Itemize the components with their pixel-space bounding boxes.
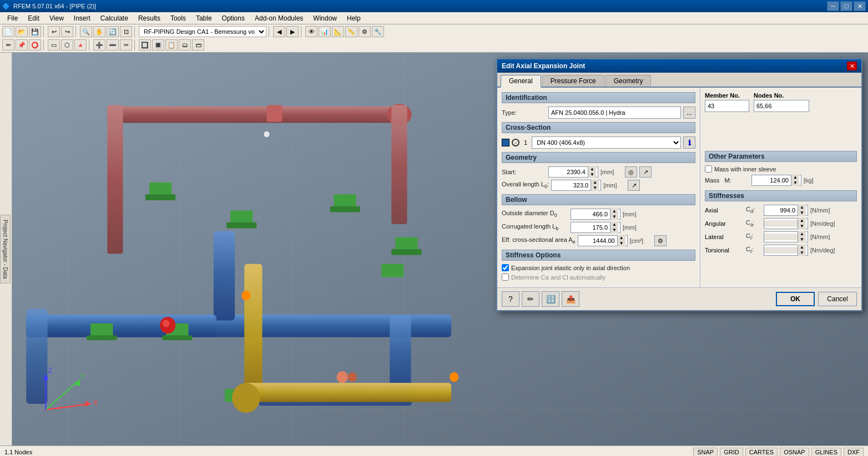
axial-spin-down[interactable]: ▼ (798, 210, 806, 216)
lateral-spin-up[interactable]: ▲ (798, 231, 806, 237)
cb-mass-sleeve[interactable] (705, 165, 712, 173)
tb-b3[interactable]: 📐 (332, 26, 344, 37)
dialog-close-btn[interactable]: ✕ (847, 62, 857, 70)
tb-new[interactable]: 📄 (2, 26, 14, 37)
torsional-spin-up[interactable]: ▲ (798, 245, 806, 250)
menu-tools[interactable]: Tools (165, 13, 191, 24)
start-spin-up[interactable]: ▲ (588, 166, 596, 172)
tb2-b10[interactable]: 🔲 (139, 39, 151, 50)
status-snap[interactable]: SNAP (693, 448, 718, 457)
od-spin-up[interactable]: ▲ (610, 209, 618, 214)
start-pick2[interactable]: ↗ (639, 166, 652, 178)
tab-general[interactable]: General (501, 75, 541, 88)
start-pick1[interactable]: ◎ (625, 166, 637, 178)
tb-b2[interactable]: 📊 (319, 26, 331, 37)
tb2-b12[interactable]: 📋 (165, 39, 178, 50)
nodes-input[interactable] (754, 100, 809, 112)
tb-zoom[interactable]: 🔍 (80, 26, 92, 37)
tb-undo[interactable]: ↩ (48, 26, 60, 37)
tb2-b8[interactable]: ➖ (107, 39, 119, 50)
toolbar-combo[interactable]: RF-PIPING Design CA1 - Bemessung vo (139, 26, 266, 37)
tb2-b5[interactable]: ⬡ (61, 39, 73, 50)
tb-pan[interactable]: ✋ (93, 26, 105, 37)
tb-save[interactable]: 💾 (29, 26, 41, 37)
tb2-b14[interactable]: 🗃 (192, 39, 204, 50)
tb-open[interactable]: 📂 (16, 26, 28, 37)
tb-fit[interactable]: ⊡ (120, 26, 132, 37)
tb-b6[interactable]: 🔧 (372, 26, 384, 37)
length-spin-up[interactable]: ▲ (591, 180, 599, 185)
dialog-export-btn[interactable]: 📤 (562, 291, 579, 307)
menu-table[interactable]: Table (191, 13, 217, 24)
tb2-b9[interactable]: ✂ (120, 39, 132, 50)
ea-input[interactable] (578, 237, 617, 244)
cl-spin-up[interactable]: ▲ (610, 222, 618, 227)
status-glines[interactable]: GLINES (811, 448, 841, 457)
axial-input[interactable] (764, 207, 798, 214)
cs-info-btn[interactable]: ℹ (683, 136, 695, 149)
angular-input[interactable] (764, 220, 798, 227)
length-spin-down[interactable]: ▼ (591, 185, 599, 191)
viewport[interactable]: X Y Z Edit Axial Expansion Joint ✕ Gener… (12, 53, 868, 445)
cl-input[interactable] (571, 224, 610, 231)
status-osnap[interactable]: OSNAP (780, 448, 809, 457)
sidebar-tab-project[interactable]: Project Navigator - Data (0, 215, 11, 284)
tb2-b4[interactable]: ▭ (48, 39, 60, 50)
tb-redo[interactable]: ↪ (61, 26, 73, 37)
ea-calc-btn[interactable]: ⚙ (654, 235, 667, 246)
menu-results[interactable]: Results (133, 13, 165, 24)
ok-button[interactable]: OK (776, 292, 815, 306)
mass-input[interactable] (752, 177, 791, 184)
tb2-b7[interactable]: ➕ (93, 39, 105, 50)
member-input[interactable] (705, 100, 749, 112)
menu-addon[interactable]: Add-on Modules (250, 13, 308, 24)
angular-spin-down[interactable]: ▼ (798, 224, 806, 229)
torsional-spin-down[interactable]: ▼ (798, 250, 806, 256)
menu-view[interactable]: View (44, 13, 69, 24)
status-cartes[interactable]: CARTES (745, 448, 778, 457)
menu-window[interactable]: Window (308, 13, 342, 24)
menu-calculate[interactable]: Calculate (95, 13, 133, 24)
minimize-btn[interactable]: ─ (827, 1, 839, 11)
menu-edit[interactable]: Edit (23, 13, 44, 24)
menu-help[interactable]: Help (342, 13, 366, 24)
mass-spin-down[interactable]: ▼ (791, 180, 799, 186)
ea-spin-down[interactable]: ▼ (618, 241, 625, 246)
length-input[interactable] (552, 182, 591, 189)
length-pick[interactable]: ↗ (628, 180, 640, 191)
od-spin-down[interactable]: ▼ (610, 214, 618, 220)
tb2-b1[interactable]: ✏ (2, 39, 14, 50)
torsional-input[interactable] (764, 247, 798, 254)
type-input[interactable] (548, 107, 681, 119)
dialog-help-btn[interactable]: ? (502, 291, 519, 307)
tab-geometry[interactable]: Geometry (605, 75, 652, 87)
tb2-b11[interactable]: 🔳 (152, 39, 164, 50)
title-bar-controls[interactable]: ─ □ ✕ (827, 1, 866, 11)
cs-select[interactable]: DN 400 (406.4x8) (532, 136, 681, 149)
cb-auto-determine[interactable] (502, 273, 509, 281)
od-input[interactable] (571, 211, 610, 217)
tb2-b6[interactable]: 🔺 (74, 39, 87, 50)
menu-options[interactable]: Options (217, 13, 250, 24)
tb-rotate[interactable]: 🔄 (107, 26, 119, 37)
status-dxf[interactable]: DXF (844, 448, 864, 457)
dialog-calc-btn[interactable]: 🔢 (542, 291, 559, 307)
tb2-b13[interactable]: 🗂 (179, 39, 191, 50)
tab-pressure-force[interactable]: Pressure Force (542, 75, 604, 87)
tb-b4[interactable]: 📏 (345, 26, 357, 37)
tb-b1[interactable]: 👁 (305, 26, 317, 37)
ea-spin-up[interactable]: ▲ (618, 235, 625, 241)
tb2-b2[interactable]: 📌 (16, 39, 28, 50)
menu-insert[interactable]: Insert (69, 13, 95, 24)
status-grid[interactable]: GRID (720, 448, 743, 457)
cancel-button[interactable]: Cancel (818, 292, 857, 306)
tb-b5[interactable]: ⚙ (359, 26, 371, 37)
tb2-b3[interactable]: ⭕ (29, 39, 41, 50)
angular-spin-up[interactable]: ▲ (798, 218, 806, 224)
mass-spin-up[interactable]: ▲ (791, 175, 799, 180)
tb-nav-right[interactable]: ▶ (286, 26, 299, 37)
close-btn[interactable]: ✕ (854, 1, 866, 11)
type-browse-btn[interactable]: ... (683, 107, 695, 119)
tb-nav-left[interactable]: ◀ (273, 26, 285, 37)
dialog-edit-btn[interactable]: ✏ (522, 291, 539, 307)
